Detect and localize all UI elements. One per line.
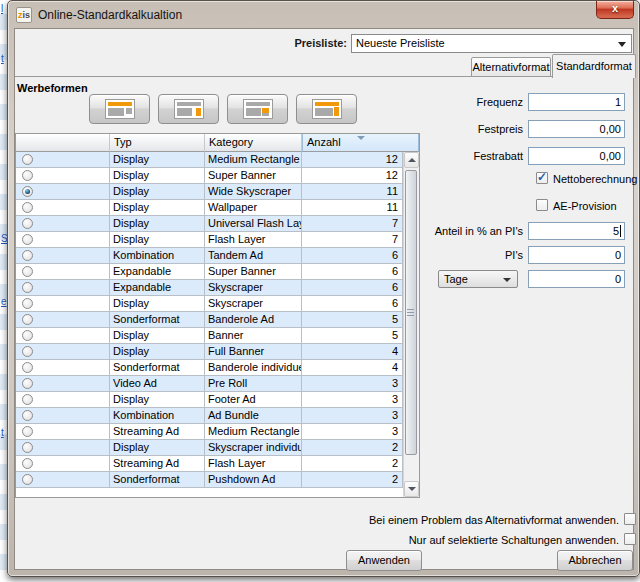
cell-typ: Display [110, 392, 205, 408]
radio-button[interactable] [22, 362, 33, 373]
radio-button[interactable] [22, 330, 33, 341]
radio-button[interactable] [22, 410, 33, 421]
radio-button[interactable] [22, 250, 33, 261]
close-button[interactable]: x [596, 1, 634, 19]
table-row[interactable]: Streaming Ad Flash Layer 2 [16, 456, 403, 472]
preisliste-combobox[interactable]: Neueste Preisliste [351, 34, 632, 53]
radio-button[interactable] [22, 474, 33, 485]
tage-field[interactable]: 0 [528, 270, 625, 288]
table-row[interactable]: Display Skyscraper individuell 2 [16, 440, 403, 456]
radio-button[interactable] [22, 458, 33, 469]
table-row[interactable]: Display Footer Ad 3 [16, 392, 403, 408]
tage-combobox[interactable]: Tage [438, 270, 518, 288]
row-radio-cell[interactable] [16, 232, 110, 248]
row-radio-cell[interactable] [16, 408, 110, 424]
radio-button[interactable] [22, 314, 33, 325]
frequenz-field[interactable]: 1 [528, 93, 625, 111]
table-row[interactable]: Expandable Skyscraper 6 [16, 280, 403, 296]
table-row[interactable]: Display Wallpaper 11 [16, 200, 403, 216]
title-bar[interactable]: zis Online-Standardkalkualtion x [8, 1, 639, 28]
anteil-pi-field[interactable]: 5 [528, 222, 625, 240]
cell-typ: Display [110, 152, 205, 168]
radio-button[interactable] [22, 202, 33, 213]
table-row[interactable]: Display Wide Skyscraper 11 [16, 184, 403, 200]
row-radio-cell[interactable] [16, 456, 110, 472]
abbrechen-button[interactable]: Abbrechen [557, 550, 633, 571]
radio-button[interactable] [22, 218, 33, 229]
table-row[interactable]: Display Banner 5 [16, 328, 403, 344]
anwenden-button[interactable]: Anwenden [346, 550, 422, 571]
row-radio-cell[interactable] [16, 168, 110, 184]
tab-standardformat[interactable]: Standardformat [552, 54, 636, 78]
row-radio-cell[interactable] [16, 312, 110, 328]
row-radio-cell[interactable] [16, 360, 110, 376]
cell-typ: Display [110, 440, 205, 456]
table-row[interactable]: Video Ad Pre Roll 3 [16, 376, 403, 392]
cell-kategorie: Banner [205, 328, 302, 344]
radio-button[interactable] [22, 426, 33, 437]
row-radio-cell[interactable] [16, 280, 110, 296]
row-radio-cell[interactable] [16, 472, 110, 488]
table-row[interactable]: Display Super Banner 12 [16, 168, 403, 184]
cell-typ: Expandable [110, 264, 205, 280]
cell-typ: Sonderformat [110, 312, 205, 328]
row-radio-cell[interactable] [16, 376, 110, 392]
festrabatt-label: Festrabatt [345, 150, 523, 162]
cell-kategorie: Skyscraper [205, 296, 302, 312]
layout-button-top-banner[interactable] [89, 94, 150, 124]
radio-button[interactable] [22, 346, 33, 357]
table-row[interactable]: Sonderformat Pushdown Ad 2 [16, 472, 403, 488]
pis-field[interactable]: 0 [528, 246, 625, 264]
row-radio-cell[interactable] [16, 152, 110, 168]
table-row[interactable]: Sonderformat Banderole individuell 4 [16, 360, 403, 376]
radio-button[interactable] [22, 378, 33, 389]
selektierte-schaltungen-checkbox[interactable] [624, 533, 636, 545]
cell-kategorie: Wide Skyscraper [205, 184, 302, 200]
radio-button[interactable] [22, 186, 33, 197]
row-radio-cell[interactable] [16, 200, 110, 216]
row-radio-cell[interactable] [16, 440, 110, 456]
row-radio-cell[interactable] [16, 328, 110, 344]
scrollbar-thumb[interactable] [405, 170, 417, 455]
row-radio-cell[interactable] [16, 392, 110, 408]
row-radio-cell[interactable] [16, 248, 110, 264]
column-header-kategorie[interactable]: Kategory [205, 134, 302, 152]
festrabatt-field[interactable]: 0,00 [528, 147, 625, 165]
nettoberechnung-checkbox[interactable] [536, 172, 548, 184]
table-row[interactable]: Display Skyscraper 6 [16, 296, 403, 312]
row-radio-cell[interactable] [16, 216, 110, 232]
row-radio-cell[interactable] [16, 344, 110, 360]
table-scrollbar[interactable] [403, 152, 419, 497]
dialog-client-area: Preisliste: Neueste Preisliste Alternati… [14, 28, 634, 570]
radio-button[interactable] [22, 170, 33, 181]
column-header-radio[interactable] [16, 134, 110, 152]
table-row[interactable]: Streaming Ad Medium Rectangle 3 [16, 424, 403, 440]
row-radio-cell[interactable] [16, 296, 110, 312]
layout-button-right-skyscraper[interactable] [158, 94, 219, 124]
table-row[interactable]: Display Full Banner 4 [16, 344, 403, 360]
table-row[interactable]: Expandable Super Banner 6 [16, 264, 403, 280]
cell-kategorie: Super Banner [205, 264, 302, 280]
radio-button[interactable] [22, 298, 33, 309]
column-header-typ[interactable]: Typ [110, 134, 205, 152]
table-row[interactable]: Sonderformat Banderole Ad 5 [16, 312, 403, 328]
festpreis-field[interactable]: 0,00 [528, 120, 625, 138]
radio-button[interactable] [22, 442, 33, 453]
row-radio-cell[interactable] [16, 424, 110, 440]
row-radio-cell[interactable] [16, 264, 110, 280]
radio-button[interactable] [22, 266, 33, 277]
radio-button[interactable] [22, 234, 33, 245]
radio-button[interactable] [22, 394, 33, 405]
sort-descending-icon [357, 136, 365, 140]
alternativformat-fallback-checkbox[interactable] [624, 513, 636, 525]
anteil-pi-label: Anteil in % an PI's [345, 225, 523, 237]
ae-provision-checkbox[interactable] [536, 199, 548, 211]
scrollbar-down-icon[interactable] [404, 481, 419, 497]
radio-button[interactable] [22, 282, 33, 293]
row-radio-cell[interactable] [16, 184, 110, 200]
tab-alternativformat[interactable]: Alternativformat [471, 57, 551, 77]
cell-kategorie: Medium Rectangle [205, 152, 302, 168]
layout-button-medium-rectangle[interactable] [227, 94, 288, 124]
table-row[interactable]: Kombination Ad Bundle 3 [16, 408, 403, 424]
radio-button[interactable] [22, 154, 33, 165]
